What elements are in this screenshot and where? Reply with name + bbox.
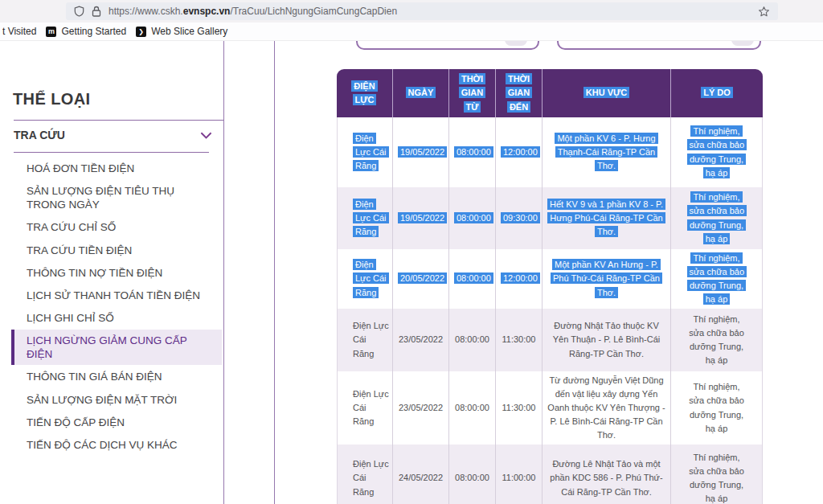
cell-date: 20/05/2022 [393,249,449,309]
table-header-row: ĐIỆN LỰCNGÀYTHỜI GIAN TỪTHỜI GIAN ĐẾNKHU… [337,69,763,117]
cell-company: Điện Lực Cái Răng [337,249,393,309]
cell-time_to: 12:00:00 [496,249,543,309]
column-header: ĐIỆN LỰC [337,69,393,117]
divider [14,152,209,153]
cell-time_from: 08:00:00 [449,117,496,187]
cell-time_from: 08:00:00 [449,309,496,371]
sidebar-item[interactable]: TIẾN ĐỘ CÁC DỊCH VỤ KHÁC [0,438,223,452]
cell-reason: Thí nghiệm, sửa chữa bảo dưỡng Trung, hạ… [671,309,763,371]
bookmark-web-slice-gallery[interactable]: Web Slice Gallery [151,26,227,37]
cell-date: 24/05/2022 [393,445,449,504]
column-header: THỜI GIAN ĐẾN [496,69,543,117]
web-slice-icon: ❯ [136,27,146,37]
cell-reason: Thí nghiệm, sửa chữa bảo dưỡng Trung, hạ… [671,187,763,249]
sidebar-item[interactable]: SẢN LƯỢNG ĐIỆN MẶT TRỜI [0,393,223,407]
cell-time_from: 08:00:00 [449,371,496,445]
sidebar-heading: THỂ LOẠI [13,90,91,109]
cell-time_from: 08:00:00 [449,445,496,504]
bookmark-most-visited[interactable]: t Visited [2,26,36,37]
table-row: Điện Lực Cái Răng20/05/202208:00:0012:00… [337,249,763,309]
table-row: Điện Lực Cái Răng24/05/202208:00:0011:00… [337,445,763,504]
divider [14,120,223,121]
sidebar-item[interactable]: TRA CỨU CHỈ SỐ [0,220,223,234]
cell-reason: Thí nghiệm, sửa chữa bảo dưỡng Trung, hạ… [671,117,763,187]
cell-company: Điện Lực Cái Răng [337,309,393,371]
cell-time_to: 12:00:00 [496,117,543,187]
bookmark-star-icon[interactable] [758,6,770,18]
cell-time_from: 08:00:00 [449,249,496,309]
sidebar-section-tra-cuu[interactable]: TRA CỨU [14,129,212,141]
cell-time_to: 11:30:00 [496,309,543,371]
column-header: NGÀY [393,69,449,117]
outage-schedule-table: ĐIỆN LỰCNGÀYTHỜI GIAN TỪTHỜI GIAN ĐẾNKHU… [337,69,763,504]
sidebar: THỂ LOẠI TRA CỨU HOÁ ĐƠN TIỀN ĐIỆNSẢN LƯ… [0,40,223,504]
cell-company: Điện Lực Cái Răng [337,371,393,445]
cell-date: 19/05/2022 [393,117,449,187]
cell-area: Đường Nhật Tảo thuộc KV Yên Thuận - P. L… [543,309,671,371]
cell-date: 23/05/2022 [393,309,449,371]
table-body: Điện Lực Cái Răng19/05/202208:00:0012:00… [337,117,763,504]
cell-area: Một phần KV 6 - P. Hưng Thạnh-Cái Răng-T… [543,117,671,187]
table-row: Điện Lực Cái Răng23/05/202208:00:0011:30… [337,371,763,445]
cell-area: Một phần KV An Hưng - P. Phú Thứ-Cái Răn… [543,249,671,309]
table-row: Điện Lực Cái Răng19/05/202208:00:0009:30… [337,187,763,249]
cell-date: 19/05/2022 [393,187,449,249]
cell-company: Điện Lực Cái Răng [337,117,393,187]
sidebar-item[interactable]: HOÁ ĐƠN TIỀN ĐIỆN [0,162,223,175]
page-content: THỂ LOẠI TRA CỨU HOÁ ĐƠN TIỀN ĐIỆNSẢN LƯ… [0,40,823,504]
cell-company: Điện Lực Cái Răng [337,445,393,504]
url-text: https://www.cskh.evnspc.vn/TraCuu/LichNg… [109,6,397,17]
table-row: Điện Lực Cái Răng19/05/202208:00:0012:00… [337,117,763,187]
cell-time_from: 08:00:00 [449,187,496,249]
section-label: TRA CỨU [14,129,65,141]
cell-area: Đường Lê Nhật Tảo và một phần KDC 586 - … [543,445,671,504]
sidebar-menu: HOÁ ĐƠN TIỀN ĐIỆNSẢN LƯỢNG ĐIỆN TIÊU THỤ… [0,162,223,461]
column-header: LÝ DO [671,69,763,117]
cell-time_to: 11:00:00 [496,445,543,504]
lock-icon[interactable] [92,6,101,17]
browser-toolbar: https://www.cskh.evnspc.vn/TraCuu/LichNg… [0,0,823,23]
sidebar-item[interactable]: TIẾN ĐỘ CẤP ĐIỆN [0,416,223,429]
cell-area: Hết KV 9 và 1 phần KV 8 - P. Hưng Phú-Cá… [543,187,671,249]
sidebar-item[interactable]: THÔNG TIN NỢ TIỀN ĐIỆN [0,266,223,280]
column-header: KHU VỰC [543,69,671,117]
shield-icon[interactable] [74,6,84,17]
column-header: THỜI GIAN TỪ [449,69,496,117]
bookmark-getting-started[interactable]: Getting Started [61,26,126,37]
sidebar-item[interactable]: LỊCH GHI CHỈ SỐ [0,311,223,325]
table-row: Điện Lực Cái Răng23/05/202208:00:0011:30… [337,309,763,371]
bookmarks-bar: t Visited m Getting Started ❯ Web Slice … [0,23,823,41]
cell-time_to: 09:30:00 [496,187,543,249]
sidebar-item[interactable]: LỊCH SỬ THANH TOÁN TIỀN ĐIỆN [0,289,223,302]
content-divider-line [274,40,275,504]
cell-area: Từ đường Nguyễn Việt Dũng đến vật liệu x… [543,371,671,445]
cell-company: Điện Lực Cái Răng [337,187,393,249]
sidebar-item[interactable]: THÔNG TIN GIÁ BÁN ĐIỆN [0,370,223,383]
cell-time_to: 11:30:00 [496,371,543,445]
sidebar-item[interactable]: SẢN LƯỢNG ĐIỆN TIÊU THỤ TRONG NGÀY [0,184,223,211]
browser-window: https://www.cskh.evnspc.vn/TraCuu/LichNg… [0,0,823,504]
chevron-down-icon [200,132,212,139]
cell-date: 23/05/2022 [393,371,449,445]
m-logo-icon: m [46,27,56,37]
cell-reason: Thí nghiệm, sửa chữa bảo dưỡng Trung, hạ… [671,445,763,504]
url-bar[interactable]: https://www.cskh.evnspc.vn/TraCuu/LichNg… [66,2,778,20]
sidebar-item-active[interactable]: LỊCH NGỪNG GIẢM CUNG CẤP ĐIỆN [11,330,222,365]
cell-reason: Thí nghiệm, sửa chữa bảo dưỡng Trung, hạ… [671,249,763,309]
sidebar-divider-line [223,40,224,504]
cell-reason: Thí nghiệm, sửa chữa bảo dưỡng Trung, hạ… [671,371,763,445]
sidebar-item[interactable]: TRA CỨU TIỀN ĐIỆN [0,244,223,257]
